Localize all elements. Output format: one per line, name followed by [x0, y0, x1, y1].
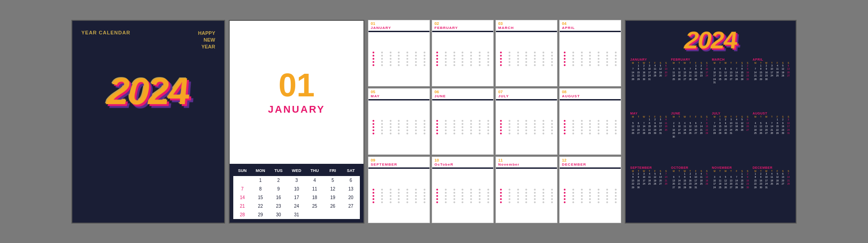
mini-dot — [564, 133, 566, 134]
ov-day: 16 — [745, 179, 750, 183]
ov-day: 29 — [717, 132, 723, 135]
mini-dot — [436, 133, 438, 134]
ov-day: 24 — [786, 129, 791, 132]
ov-day: 7 — [676, 176, 682, 179]
ov-day: 13 — [745, 122, 750, 125]
ov-day: 14 — [688, 71, 693, 75]
ov-day: 14 — [663, 176, 669, 179]
ov-day: 23 — [698, 74, 704, 78]
mini-dot — [517, 195, 519, 197]
cal-day: 15 — [251, 193, 269, 202]
ov-day: 24 — [641, 182, 646, 186]
mini-dot — [436, 55, 438, 57]
mini-dot — [525, 192, 527, 194]
cal-day — [324, 210, 342, 219]
ov-day: 10 — [712, 71, 717, 75]
month-mini-name: SEPTEMBER — [371, 162, 427, 167]
ov-day: 9 — [758, 176, 764, 179]
ov-day: 28 — [676, 186, 682, 190]
ov-day: 22 — [630, 182, 636, 186]
mini-dot — [534, 195, 536, 197]
mini-dot — [525, 55, 527, 57]
ov-day-empty: . — [688, 64, 693, 68]
mini-dot — [406, 189, 408, 191]
ov-day: 5 — [688, 122, 693, 125]
overview-grid: JANUARYMTWTFSS.1234567891011121314151617… — [630, 58, 791, 218]
mini-dot — [517, 198, 519, 200]
ov-day: 5 — [739, 118, 745, 122]
month-mini-name: DECEMBER — [562, 162, 618, 167]
ov-day: 16 — [723, 125, 728, 129]
cal-day: 29 — [251, 210, 269, 219]
month-mini-name: AUGUST — [562, 94, 618, 98]
ov-day-empty: . — [712, 118, 717, 122]
mini-dot — [373, 201, 374, 203]
month-mini-name: FEBRUARY — [434, 26, 491, 30]
mini-dot — [509, 198, 510, 200]
ov-day: 10 — [641, 176, 646, 179]
month-mini: 08AUGUST — [559, 88, 621, 155]
ov-day: 6 — [663, 64, 669, 68]
ov-day: 23 — [636, 182, 641, 186]
jan-name: JANUARY — [268, 104, 326, 115]
mini-dot — [415, 192, 417, 194]
ov-day: 22 — [717, 129, 723, 132]
mini-dot — [462, 52, 463, 53]
cal-day — [342, 210, 360, 219]
ov-day: 26 — [676, 78, 682, 81]
ov-day: 6 — [786, 64, 791, 68]
mini-dot — [470, 61, 472, 63]
ov-day: 17 — [693, 179, 698, 183]
mini-dot — [398, 123, 400, 125]
mini-dot — [525, 129, 527, 131]
mini-dot — [500, 201, 502, 203]
ov-day: 19 — [688, 129, 693, 132]
ov-day: 1 — [636, 64, 641, 68]
mini-dot — [445, 55, 447, 57]
mini-dot — [398, 64, 400, 66]
mini-dot — [517, 129, 519, 131]
mini-dot — [542, 123, 544, 125]
mini-dot — [564, 120, 566, 122]
mini-dot — [598, 133, 599, 134]
ov-day: 14 — [676, 179, 682, 183]
ov-day: 30 — [780, 132, 786, 135]
mini-dot — [487, 123, 489, 125]
ov-day: 25 — [734, 129, 739, 132]
ov-day: 27 — [671, 186, 676, 190]
mini-dot — [564, 195, 566, 197]
ov-day: 1 — [758, 64, 764, 68]
ov-day: 23 — [641, 74, 646, 78]
ov-day: 14 — [753, 71, 758, 75]
ov-day: 6 — [745, 118, 750, 122]
mini-dot — [564, 129, 566, 131]
mini-dot — [462, 192, 463, 194]
mini-dot — [445, 192, 447, 194]
ov-day: 6 — [693, 122, 698, 125]
ov-day: 17 — [728, 125, 734, 129]
mini-dot — [398, 129, 400, 131]
mini-dot — [453, 64, 455, 66]
ov-day: 30 — [652, 132, 658, 135]
mini-dot — [598, 195, 599, 197]
month-mini-num: 02 — [434, 22, 491, 26]
mini-dot — [572, 120, 574, 122]
ov-day: 17 — [641, 179, 646, 183]
mini-dot — [415, 64, 417, 66]
ov-day: 4 — [682, 122, 688, 125]
mini-dot — [406, 52, 408, 53]
ov-day: 13 — [693, 125, 698, 129]
ov-day: 31 — [647, 78, 652, 81]
mini-dot — [615, 120, 617, 122]
mini-dot — [615, 58, 617, 60]
ov-day: 7 — [712, 122, 717, 125]
ov-day: 4 — [663, 118, 669, 122]
ov-day: 15 — [758, 71, 764, 75]
ov-day: 13 — [671, 179, 676, 183]
mini-dot — [424, 195, 425, 197]
ov-day: 26 — [658, 74, 663, 78]
mini-dot — [534, 58, 536, 60]
mini-dot — [551, 198, 553, 200]
mini-dot — [436, 58, 438, 60]
mini-dot — [436, 129, 438, 131]
